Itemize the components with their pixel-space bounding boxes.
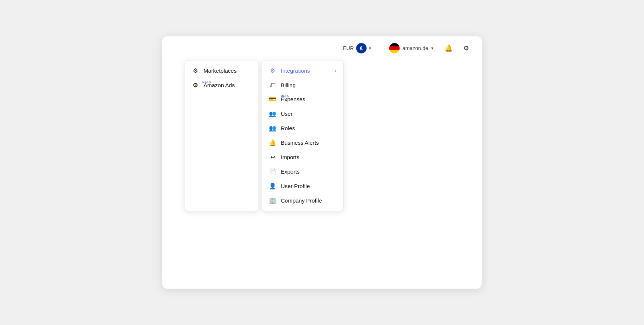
integrations-label: Integrations [281,68,310,74]
expenses-beta-badge: BETA [281,94,289,98]
exports-label: Exports [281,168,300,175]
marketplaces-icon: ⚙ [192,67,199,74]
marketplaces-label: Marketplaces [204,68,237,74]
imports-label: Imports [281,154,299,160]
user-profile-label: User Profile [281,183,310,189]
menu-item-integrations[interactable]: ⚙ Integrations › [262,63,343,78]
menu-item-amazon-ads[interactable]: ⚙ Amazon Ads BETA [185,78,258,92]
menu-item-company-profile[interactable]: 🏢 Company Profile [262,193,343,208]
business-alerts-label: Business Alerts [281,139,319,146]
dropdown-area: ⚙ Marketplaces ⚙ Amazon Ads BETA ⚙ Integ… [185,60,344,211]
currency-chevron-icon: ▾ [369,46,371,51]
integrations-icon: ⚙ [269,67,276,74]
notifications-bell-icon[interactable]: 🔔 [442,42,455,55]
imports-icon: ↩ [269,154,276,161]
currency-symbol: € [360,45,363,51]
menu-item-imports[interactable]: ↩ Imports [262,150,343,164]
menu-item-business-alerts[interactable]: 🔔 Business Alerts [262,135,343,150]
flag-germany-icon [389,43,400,53]
header: EUR € ▾ amazon.de ▾ 🔔 ⚙ [162,36,482,60]
marketplace-chevron-icon: ▾ [431,46,433,51]
app-container: EUR € ▾ amazon.de ▾ 🔔 ⚙ ⚙ Marketplaces ⚙… [162,36,482,289]
billing-label: Billing [281,82,296,88]
menu-item-user[interactable]: 👥 User [262,106,343,121]
right-settings-menu: ⚙ Integrations › 🏷 Billing 💳 Expenses BE… [262,60,344,211]
menu-item-billing[interactable]: 🏷 Billing [262,78,343,92]
roles-icon: 👥 [269,125,276,132]
user-profile-icon: 👤 [269,183,276,190]
integrations-chevron-icon: › [335,68,336,73]
menu-item-user-profile[interactable]: 👤 User Profile [262,179,343,193]
expenses-icon: 💳 [269,96,276,103]
user-label: User [281,111,293,117]
billing-icon: 🏷 [269,82,276,88]
settings-gear-icon[interactable]: ⚙ [461,42,471,55]
currency-code: EUR [343,45,354,51]
exports-icon: 📄 [269,168,276,175]
currency-symbol-circle: € [356,43,367,53]
menu-item-expenses[interactable]: 💳 Expenses BETA [262,92,343,106]
business-alerts-icon: 🔔 [269,139,276,146]
amazon-ads-icon: ⚙ [192,82,199,89]
marketplace-selector[interactable]: amazon.de ▾ [386,42,436,55]
roles-label: Roles [281,125,295,131]
menu-item-roles[interactable]: 👥 Roles [262,121,343,135]
company-profile-icon: 🏢 [269,197,276,204]
currency-selector[interactable]: EUR € ▾ [340,42,374,55]
left-settings-menu: ⚙ Marketplaces ⚙ Amazon Ads BETA [185,60,259,211]
company-profile-label: Company Profile [281,197,322,204]
menu-item-marketplaces[interactable]: ⚙ Marketplaces [185,63,258,78]
amazon-ads-beta-badge: BETA [202,80,211,83]
header-divider [380,45,380,52]
marketplace-name: amazon.de [403,45,428,51]
menu-item-exports[interactable]: 📄 Exports [262,164,343,179]
user-icon: 👥 [269,110,276,117]
